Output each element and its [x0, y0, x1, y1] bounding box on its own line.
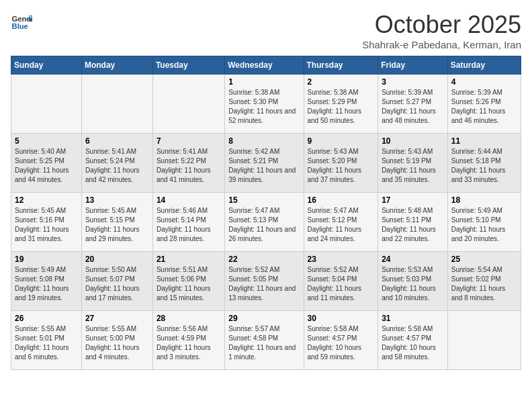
day-number: 10: [382, 136, 444, 146]
day-info: Sunrise: 5:50 AM Sunset: 5:07 PM Dayligh…: [85, 265, 149, 303]
day-number: 22: [228, 255, 300, 264]
day-info: Sunrise: 5:52 AM Sunset: 5:05 PM Dayligh…: [228, 265, 300, 303]
day-info: Sunrise: 5:49 AM Sunset: 5:10 PM Dayligh…: [451, 206, 517, 244]
calendar-cell: 13Sunrise: 5:45 AM Sunset: 5:15 PM Dayli…: [81, 193, 152, 252]
day-info: Sunrise: 5:49 AM Sunset: 5:08 PM Dayligh…: [15, 265, 78, 303]
calendar-cell: 25Sunrise: 5:54 AM Sunset: 5:02 PM Dayli…: [447, 252, 521, 311]
calendar-cell: [81, 75, 152, 134]
svg-text:Blue: Blue: [12, 22, 28, 30]
calendar-cell: 31Sunrise: 5:58 AM Sunset: 4:57 PM Dayli…: [378, 311, 448, 370]
day-info: Sunrise: 5:41 AM Sunset: 5:24 PM Dayligh…: [85, 147, 149, 185]
logo-icon: General Blue: [11, 11, 32, 32]
day-info: Sunrise: 5:46 AM Sunset: 5:14 PM Dayligh…: [157, 206, 221, 244]
calendar-cell: [152, 75, 224, 134]
weekday-header-row: SundayMondayTuesdayWednesdayThursdayFrid…: [11, 56, 521, 75]
calendar-cell: [447, 311, 521, 370]
day-info: Sunrise: 5:55 AM Sunset: 5:01 PM Dayligh…: [15, 324, 78, 362]
calendar-cell: 7Sunrise: 5:41 AM Sunset: 5:22 PM Daylig…: [152, 134, 224, 193]
day-info: Sunrise: 5:47 AM Sunset: 5:13 PM Dayligh…: [228, 206, 300, 244]
day-info: Sunrise: 5:56 AM Sunset: 4:59 PM Dayligh…: [157, 324, 221, 362]
weekday-header-friday: Friday: [378, 56, 448, 75]
calendar-cell: 10Sunrise: 5:43 AM Sunset: 5:19 PM Dayli…: [378, 134, 448, 193]
calendar-week-row: 5Sunrise: 5:40 AM Sunset: 5:25 PM Daylig…: [11, 134, 521, 193]
day-info: Sunrise: 5:39 AM Sunset: 5:26 PM Dayligh…: [451, 88, 517, 126]
day-info: Sunrise: 5:45 AM Sunset: 5:16 PM Dayligh…: [15, 206, 78, 244]
calendar-cell: 15Sunrise: 5:47 AM Sunset: 5:13 PM Dayli…: [225, 193, 304, 252]
weekday-header-tuesday: Tuesday: [152, 56, 224, 75]
day-info: Sunrise: 5:41 AM Sunset: 5:22 PM Dayligh…: [157, 147, 221, 185]
logo: General Blue: [11, 11, 32, 32]
weekday-header-thursday: Thursday: [304, 56, 378, 75]
calendar-cell: 17Sunrise: 5:48 AM Sunset: 5:11 PM Dayli…: [378, 193, 448, 252]
day-number: 19: [15, 255, 78, 264]
page-header: General Blue October 2025 Shahrak-e Pabe…: [11, 11, 521, 50]
day-number: 28: [157, 314, 221, 323]
day-number: 24: [382, 255, 444, 264]
day-number: 2: [308, 77, 375, 87]
day-number: 4: [451, 77, 517, 87]
weekday-header-sunday: Sunday: [11, 56, 82, 75]
calendar-header: SundayMondayTuesdayWednesdayThursdayFrid…: [11, 56, 521, 75]
calendar-cell: 19Sunrise: 5:49 AM Sunset: 5:08 PM Dayli…: [11, 252, 82, 311]
day-info: Sunrise: 5:48 AM Sunset: 5:11 PM Dayligh…: [382, 206, 444, 244]
calendar-cell: 12Sunrise: 5:45 AM Sunset: 5:16 PM Dayli…: [11, 193, 82, 252]
day-info: Sunrise: 5:44 AM Sunset: 5:18 PM Dayligh…: [451, 147, 517, 185]
calendar-cell: 23Sunrise: 5:52 AM Sunset: 5:04 PM Dayli…: [304, 252, 378, 311]
location-subtitle: Shahrak-e Pabedana, Kerman, Iran: [362, 39, 521, 50]
day-info: Sunrise: 5:58 AM Sunset: 4:57 PM Dayligh…: [308, 324, 375, 362]
day-number: 7: [157, 136, 221, 146]
calendar-table: SundayMondayTuesdayWednesdayThursdayFrid…: [11, 56, 521, 370]
calendar-cell: 3Sunrise: 5:39 AM Sunset: 5:27 PM Daylig…: [378, 75, 448, 134]
calendar-week-row: 1Sunrise: 5:38 AM Sunset: 5:30 PM Daylig…: [11, 75, 521, 134]
day-info: Sunrise: 5:38 AM Sunset: 5:30 PM Dayligh…: [228, 88, 300, 126]
calendar-cell: 14Sunrise: 5:46 AM Sunset: 5:14 PM Dayli…: [152, 193, 224, 252]
day-number: 18: [451, 195, 517, 205]
calendar-cell: 11Sunrise: 5:44 AM Sunset: 5:18 PM Dayli…: [447, 134, 521, 193]
day-number: 8: [228, 136, 300, 146]
day-info: Sunrise: 5:43 AM Sunset: 5:20 PM Dayligh…: [308, 147, 375, 185]
day-number: 27: [85, 314, 149, 323]
calendar-cell: 30Sunrise: 5:58 AM Sunset: 4:57 PM Dayli…: [304, 311, 378, 370]
calendar-cell: 22Sunrise: 5:52 AM Sunset: 5:05 PM Dayli…: [225, 252, 304, 311]
day-number: 12: [15, 195, 78, 205]
calendar-cell: 2Sunrise: 5:38 AM Sunset: 5:29 PM Daylig…: [304, 75, 378, 134]
calendar-cell: 26Sunrise: 5:55 AM Sunset: 5:01 PM Dayli…: [11, 311, 82, 370]
calendar-cell: 20Sunrise: 5:50 AM Sunset: 5:07 PM Dayli…: [81, 252, 152, 311]
day-number: 17: [382, 195, 444, 205]
day-info: Sunrise: 5:42 AM Sunset: 5:21 PM Dayligh…: [228, 147, 300, 185]
day-number: 31: [382, 314, 444, 323]
calendar-cell: 16Sunrise: 5:47 AM Sunset: 5:12 PM Dayli…: [304, 193, 378, 252]
day-info: Sunrise: 5:55 AM Sunset: 5:00 PM Dayligh…: [85, 324, 149, 362]
day-number: 21: [157, 255, 221, 264]
day-number: 3: [382, 77, 444, 87]
day-info: Sunrise: 5:38 AM Sunset: 5:29 PM Dayligh…: [308, 88, 375, 126]
day-info: Sunrise: 5:52 AM Sunset: 5:04 PM Dayligh…: [308, 265, 375, 303]
calendar-cell: 8Sunrise: 5:42 AM Sunset: 5:21 PM Daylig…: [225, 134, 304, 193]
day-number: 29: [228, 314, 300, 323]
calendar-week-row: 19Sunrise: 5:49 AM Sunset: 5:08 PM Dayli…: [11, 252, 521, 311]
day-info: Sunrise: 5:58 AM Sunset: 4:57 PM Dayligh…: [382, 324, 444, 362]
calendar-cell: 9Sunrise: 5:43 AM Sunset: 5:20 PM Daylig…: [304, 134, 378, 193]
day-number: 23: [308, 255, 375, 264]
day-number: 5: [15, 136, 78, 146]
calendar-cell: 18Sunrise: 5:49 AM Sunset: 5:10 PM Dayli…: [447, 193, 521, 252]
day-info: Sunrise: 5:57 AM Sunset: 4:58 PM Dayligh…: [228, 324, 300, 362]
calendar-cell: 28Sunrise: 5:56 AM Sunset: 4:59 PM Dayli…: [152, 311, 224, 370]
day-info: Sunrise: 5:40 AM Sunset: 5:25 PM Dayligh…: [15, 147, 78, 185]
day-number: 6: [85, 136, 149, 146]
day-number: 15: [228, 195, 300, 205]
calendar-week-row: 26Sunrise: 5:55 AM Sunset: 5:01 PM Dayli…: [11, 311, 521, 370]
day-info: Sunrise: 5:45 AM Sunset: 5:15 PM Dayligh…: [85, 206, 149, 244]
day-number: 26: [15, 314, 78, 323]
day-number: 9: [308, 136, 375, 146]
calendar-cell: 27Sunrise: 5:55 AM Sunset: 5:00 PM Dayli…: [81, 311, 152, 370]
day-info: Sunrise: 5:53 AM Sunset: 5:03 PM Dayligh…: [382, 265, 444, 303]
day-number: 14: [157, 195, 221, 205]
calendar-cell: 6Sunrise: 5:41 AM Sunset: 5:24 PM Daylig…: [81, 134, 152, 193]
weekday-header-saturday: Saturday: [447, 56, 521, 75]
day-info: Sunrise: 5:54 AM Sunset: 5:02 PM Dayligh…: [451, 265, 517, 303]
day-info: Sunrise: 5:51 AM Sunset: 5:06 PM Dayligh…: [157, 265, 221, 303]
day-number: 20: [85, 255, 149, 264]
weekday-header-wednesday: Wednesday: [225, 56, 304, 75]
day-number: 25: [451, 255, 517, 264]
